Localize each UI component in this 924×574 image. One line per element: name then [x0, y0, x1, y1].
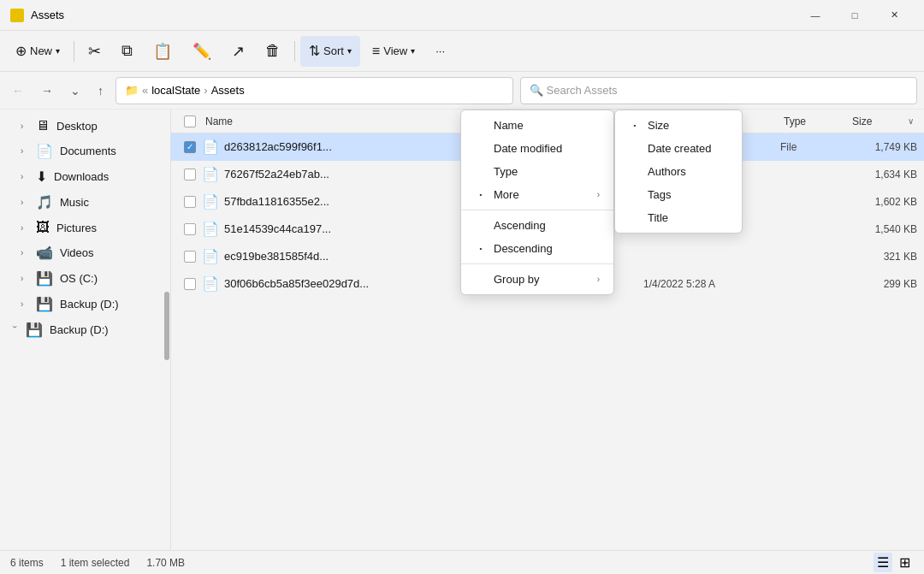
- sort-groupby-label: Group by: [494, 273, 539, 286]
- row-checkbox[interactable]: [184, 196, 196, 208]
- close-button[interactable]: ✕: [874, 2, 914, 29]
- more-authors-item[interactable]: Authors: [615, 160, 742, 183]
- chevron-icon: ›: [10, 326, 20, 334]
- select-all-checkbox[interactable]: [184, 115, 196, 127]
- sidebar-item-videos[interactable]: › 📹 Videos: [3, 240, 167, 265]
- sort-groupby-item[interactable]: Group by ›: [461, 268, 613, 291]
- sort-date-modified-item[interactable]: Date modified: [461, 137, 613, 160]
- address-path[interactable]: 📁 « localState › Assets: [116, 77, 513, 104]
- more-title-item[interactable]: Title: [615, 206, 742, 229]
- details-view-button[interactable]: ☰: [874, 553, 892, 572]
- sort-descending-item[interactable]: • Descending: [461, 237, 613, 260]
- sort-chevron-icon: ▾: [347, 46, 352, 56]
- chevron-icon: ›: [21, 121, 29, 131]
- view-button[interactable]: ≡ View ▾: [364, 36, 424, 67]
- submenu-arrow-icon: ›: [597, 190, 600, 199]
- more-submenu: • Size Date created Authors Tags Title: [614, 109, 743, 234]
- sort-type-item[interactable]: Type: [461, 160, 613, 183]
- selected-size: 1.70 MB: [146, 557, 185, 569]
- sort-descending-label: Descending: [494, 242, 553, 255]
- view-label: View: [383, 44, 407, 57]
- more-datecreated-label: Date created: [648, 142, 711, 155]
- row-checkbox[interactable]: [184, 251, 196, 263]
- sidebar-item-downloads[interactable]: › ⬇ Downloads: [3, 164, 167, 189]
- sort-more-label: More: [494, 188, 519, 201]
- file-size: 299 KB: [849, 278, 917, 290]
- sidebar-item-documents[interactable]: › 📄 Documents: [3, 139, 167, 163]
- col-header-size[interactable]: Size ∨: [849, 115, 917, 127]
- folder-icon: 📹: [36, 245, 53, 261]
- chevron-icon: ›: [21, 274, 29, 283]
- paste-button[interactable]: 📋: [145, 36, 181, 67]
- sort-ascending-item[interactable]: Ascending: [461, 214, 613, 237]
- copy-button[interactable]: ⧉: [113, 36, 141, 67]
- chevron-icon: ›: [21, 299, 29, 309]
- file-icon: 📄: [202, 166, 219, 182]
- file-icon: 📄: [202, 248, 219, 264]
- app-icon: [10, 9, 24, 22]
- sidebar-item-music[interactable]: › 🎵 Music: [3, 190, 167, 215]
- forward-button[interactable]: →: [36, 80, 58, 101]
- window-title: Assets: [31, 9, 64, 21]
- cut-icon: ✂: [88, 42, 101, 61]
- sort-name-item[interactable]: Name: [461, 114, 613, 137]
- maximize-button[interactable]: □: [835, 2, 874, 29]
- chevron-icon: ›: [21, 223, 29, 233]
- path-part-2: Assets: [211, 84, 245, 97]
- sidebar-item-backup-d-1[interactable]: › 💾 Backup (D:): [3, 292, 167, 317]
- path-folder-icon: 📁: [125, 84, 139, 97]
- sort-desc-icon: ∨: [908, 116, 914, 126]
- delete-button[interactable]: 🗑: [257, 36, 289, 67]
- sidebar-item-osc[interactable]: › 💾 OS (C:): [3, 266, 167, 291]
- file-size: 1,540 KB: [849, 223, 917, 235]
- file-size: 1,749 KB: [849, 141, 917, 153]
- sidebar-item-backup-d-2[interactable]: › 💾 Backup (D:): [3, 317, 167, 342]
- share-button[interactable]: ↗: [223, 36, 253, 67]
- file-size: 321 KB: [849, 251, 917, 263]
- sidebar-label: Music: [60, 196, 89, 209]
- view-toggle: ☰ ⊞: [874, 553, 914, 572]
- menu-separator: [461, 263, 613, 264]
- row-checkbox[interactable]: ✓: [184, 141, 196, 153]
- cut-button[interactable]: ✂: [80, 36, 110, 67]
- sidebar-label: Downloads: [54, 170, 109, 183]
- more-authors-label: Authors: [648, 165, 686, 178]
- folder-icon: ⬇: [36, 169, 47, 185]
- sidebar-item-desktop[interactable]: › 🖥 Desktop: [3, 114, 167, 138]
- new-button[interactable]: ⊕ New ▾: [7, 36, 68, 67]
- bullet-icon: •: [475, 245, 487, 252]
- sort-button[interactable]: ⇅ Sort ▾: [300, 36, 360, 67]
- sidebar-label: Desktop: [56, 120, 98, 133]
- path-part-1: localState: [151, 84, 200, 97]
- more-size-item[interactable]: • Size: [615, 114, 742, 137]
- file-type: File: [780, 141, 849, 153]
- back-button[interactable]: ←: [7, 80, 29, 101]
- row-checkbox[interactable]: [184, 278, 196, 290]
- col-header-type[interactable]: Type: [780, 115, 849, 127]
- new-label: New: [30, 44, 52, 57]
- tiles-view-button[interactable]: ⊞: [896, 553, 914, 572]
- file-icon: 📄: [202, 193, 219, 210]
- new-icon: ⊕: [15, 43, 27, 59]
- folder-icon: 🖥: [36, 118, 50, 133]
- file-icon: 📄: [202, 221, 219, 237]
- row-checkbox[interactable]: [184, 169, 196, 180]
- sidebar-scrollbar[interactable]: [164, 292, 169, 360]
- path-arrow-icon: ›: [204, 84, 207, 97]
- minimize-button[interactable]: —: [796, 2, 835, 29]
- up-button[interactable]: ↑: [92, 80, 109, 101]
- rename-button[interactable]: ✏️: [184, 36, 220, 67]
- more-datecreated-item[interactable]: Date created: [615, 137, 742, 160]
- recent-locations-button[interactable]: ⌄: [65, 80, 86, 101]
- search-icon: 🔍: [530, 84, 543, 97]
- search-box[interactable]: 🔍 Search Assets: [520, 77, 918, 104]
- row-checkbox[interactable]: [184, 223, 196, 235]
- more-tags-item[interactable]: Tags: [615, 183, 742, 206]
- menu-separator: [461, 210, 613, 210]
- sort-type-label: Type: [494, 165, 518, 178]
- new-chevron-icon: ▾: [56, 46, 60, 56]
- file-size: 1,634 KB: [849, 169, 917, 180]
- sort-more-item[interactable]: • More ›: [461, 183, 613, 206]
- more-button[interactable]: ···: [427, 36, 453, 67]
- sidebar-item-pictures[interactable]: › 🖼 Pictures: [3, 216, 167, 240]
